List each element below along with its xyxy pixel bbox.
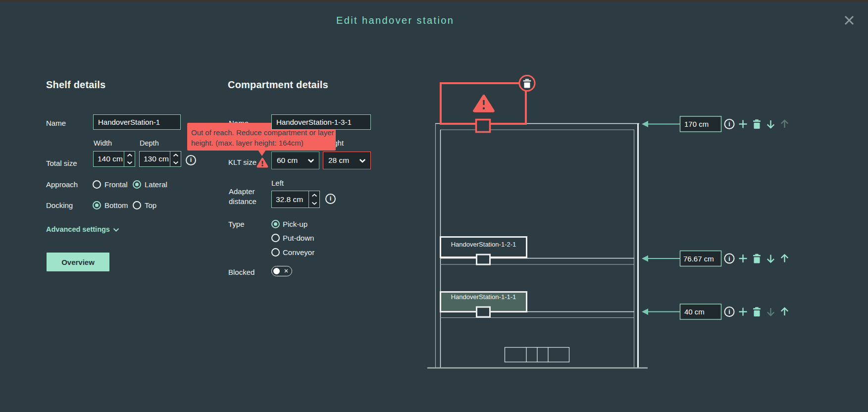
svg-text:170 cm: 170 cm — [684, 120, 709, 128]
svg-text:40 cm: 40 cm — [684, 308, 705, 316]
svg-text:HandoverStation-1-2-1: HandoverStation-1-2-1 — [451, 241, 516, 248]
svg-text:HandoverStation-1-1-1: HandoverStation-1-1-1 — [451, 293, 516, 301]
svg-text:76.67 cm: 76.67 cm — [683, 255, 714, 263]
